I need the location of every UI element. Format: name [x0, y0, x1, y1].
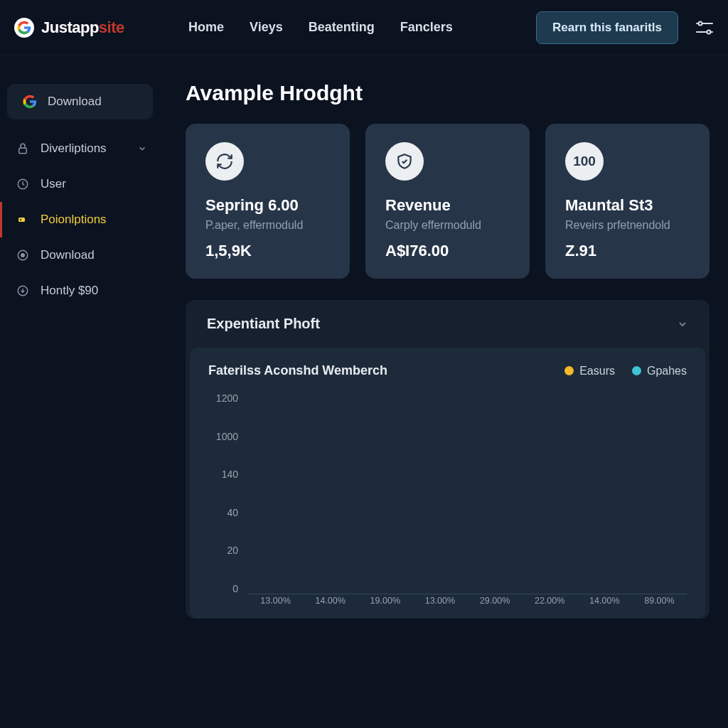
sidebar-item-label: Download: [48, 95, 102, 109]
legend-dot-icon: [564, 366, 574, 375]
chart-panel: Expentiant Phoft Faterilss Aconshd Wembe…: [186, 300, 710, 619]
y-tick: 140: [222, 469, 242, 480]
stat-card-2[interactable]: Revenue Carply effermoduld A$I76.00: [365, 124, 530, 279]
chart-body: Faterilss Aconshd Wemberch Easurs Gpahes…: [190, 348, 705, 619]
chevron-down-icon[interactable]: [677, 318, 688, 330]
legend-label: Easurs: [579, 365, 615, 378]
clock-icon: [15, 176, 31, 192]
y-tick: 20: [227, 545, 242, 556]
chart-title: Faterilss Aconshd Wemberch: [208, 363, 387, 378]
svg-rect-4: [19, 148, 27, 154]
x-tick: 13.00%: [248, 596, 303, 613]
sidebar-item-promotions[interactable]: Poionlptions: [0, 202, 160, 237]
refresh-icon: [205, 142, 244, 181]
y-tick: 1000: [216, 431, 242, 442]
shield-icon: [385, 142, 424, 181]
legend-item-1[interactable]: Easurs: [564, 365, 615, 378]
panel-title: Expentiant Phoft: [207, 316, 320, 332]
chevron-down-icon: [137, 144, 147, 154]
x-tick: 14.00%: [577, 596, 632, 613]
tag-icon: [15, 212, 31, 228]
x-tick: 29.00%: [468, 596, 523, 613]
logo[interactable]: Justappsite: [14, 18, 167, 38]
x-axis: 13.00%14.00%19.00%13.00%29.00%22.00%14.0…: [248, 596, 687, 613]
sidebar-item-label: Poionlptions: [41, 213, 107, 227]
card-subtitle: Carply effermoduld: [385, 219, 510, 232]
sidebar-item-label: User: [41, 177, 66, 191]
axis-baseline: [248, 594, 687, 594]
sidebar-item-descriptions[interactable]: Diverliptions: [0, 131, 160, 166]
card-subtitle: P.aper, effermoduld: [205, 219, 330, 232]
nav-reporting[interactable]: Beatenting: [309, 20, 375, 35]
cta-button[interactable]: Rearn this fanaritls: [536, 11, 678, 44]
legend-dot-icon: [632, 366, 641, 375]
x-tick: 13.00%: [412, 596, 467, 613]
x-tick: 19.00%: [358, 596, 412, 613]
sidebar-item-user[interactable]: User: [0, 166, 160, 202]
sidebar-item-label: Download: [41, 248, 95, 262]
sidebar-item-download-top[interactable]: Download: [7, 84, 153, 119]
sidebar: Download Diverliptions User Poionlptions: [0, 55, 160, 728]
chart-legend: Easurs Gpahes: [564, 365, 687, 378]
settings-sliders-icon[interactable]: [695, 20, 714, 36]
sidebar-item-download-2[interactable]: Download: [0, 237, 160, 273]
card-title: Mauntal St3: [565, 196, 690, 215]
bar-chart: 1200100014040200 13.00%14.00%19.00%13.00…: [208, 392, 687, 613]
sidebar-item-label: Diverliptions: [41, 141, 107, 156]
card-subtitle: Reveirs prfetnendold: [565, 219, 690, 232]
page-title: Avample Hrodght: [186, 81, 710, 105]
top-nav: Home Vieys Beatenting Fanclers: [167, 20, 536, 35]
svg-rect-6: [18, 218, 25, 222]
card-value: A$I76.00: [385, 242, 510, 260]
logo-text: Justappsite: [41, 18, 124, 37]
nav-home[interactable]: Home: [188, 20, 224, 35]
y-tick: 1200: [216, 392, 242, 404]
x-tick: 14.00%: [303, 596, 358, 613]
stat-card-1[interactable]: Sepring 6.00 P.aper, effermoduld 1,5,9K: [186, 124, 350, 279]
svg-point-1: [699, 21, 702, 25]
legend-item-2[interactable]: Gpahes: [632, 365, 687, 378]
topbar: Justappsite Home Vieys Beatenting Fancle…: [0, 0, 728, 55]
card-title: Revenue: [385, 196, 510, 215]
x-tick: 89.00%: [632, 596, 687, 613]
panel-header: Expentiant Phoft: [186, 300, 710, 339]
google-g-icon: [22, 94, 38, 109]
y-tick: 0: [232, 583, 242, 594]
svg-point-7: [20, 219, 21, 220]
plot-area: [248, 392, 687, 594]
stat-cards: Sepring 6.00 P.aper, effermoduld 1,5,9K …: [186, 124, 710, 279]
number-badge-icon: 100: [565, 142, 604, 181]
stat-card-3[interactable]: 100 Mauntal St3 Reveirs prfetnendold Z.9…: [545, 124, 710, 279]
card-value: Z.91: [565, 242, 690, 260]
svg-point-3: [707, 30, 711, 33]
nav-views[interactable]: Vieys: [250, 20, 283, 35]
y-tick: 40: [227, 507, 242, 518]
y-axis: 1200100014040200: [208, 392, 242, 594]
card-value: 1,5,9K: [205, 242, 330, 260]
main: Avample Hrodght Sepring 6.00 P.aper, eff…: [160, 55, 728, 728]
sidebar-item-label: Hontly $90: [41, 284, 98, 298]
google-g-icon: [14, 18, 34, 38]
download-icon: [15, 283, 31, 299]
lock-icon: [15, 141, 31, 156]
sidebar-item-monthly[interactable]: Hontly $90: [0, 273, 160, 309]
legend-label: Gpahes: [647, 365, 687, 378]
x-tick: 22.00%: [523, 596, 577, 613]
circle-dot-icon: [15, 247, 31, 263]
card-title: Sepring 6.00: [205, 196, 330, 215]
nav-financials[interactable]: Fanclers: [400, 20, 453, 35]
svg-point-9: [21, 254, 25, 257]
